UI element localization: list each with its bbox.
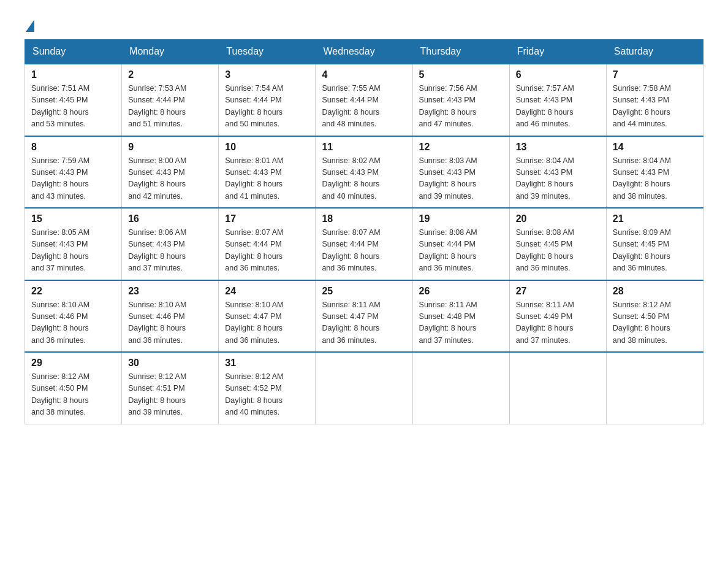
calendar-week-3: 15 Sunrise: 8:05 AM Sunset: 4:43 PM Dayl…: [25, 208, 703, 280]
day-number: 20: [516, 213, 600, 224]
day-info: Sunrise: 8:08 AM Sunset: 4:45 PM Dayligh…: [516, 227, 600, 275]
day-number: 22: [31, 286, 115, 297]
day-info: Sunrise: 8:11 AM Sunset: 4:48 PM Dayligh…: [419, 299, 503, 347]
day-number: 18: [322, 213, 406, 224]
calendar-week-4: 22 Sunrise: 8:10 AM Sunset: 4:46 PM Dayl…: [25, 280, 703, 353]
day-number: 1: [31, 69, 115, 80]
day-info: Sunrise: 8:10 AM Sunset: 4:47 PM Dayligh…: [225, 299, 309, 347]
day-number: 29: [31, 358, 115, 369]
weekday-header-monday: Monday: [122, 40, 219, 64]
day-number: 7: [613, 69, 697, 80]
weekday-header-thursday: Thursday: [412, 40, 509, 64]
logo-triangle-icon: [26, 20, 34, 32]
day-number: 17: [225, 213, 309, 224]
day-info: Sunrise: 7:58 AM Sunset: 4:43 PM Dayligh…: [613, 83, 697, 131]
day-info: Sunrise: 7:57 AM Sunset: 4:43 PM Dayligh…: [516, 83, 600, 131]
day-number: 16: [128, 213, 212, 224]
calendar-cell: 9 Sunrise: 8:00 AM Sunset: 4:43 PM Dayli…: [122, 136, 219, 209]
day-info: Sunrise: 8:00 AM Sunset: 4:43 PM Dayligh…: [128, 155, 212, 203]
day-number: 2: [128, 69, 212, 80]
calendar-cell: 13 Sunrise: 8:04 AM Sunset: 4:43 PM Dayl…: [509, 136, 606, 209]
calendar-cell: 7 Sunrise: 7:58 AM Sunset: 4:43 PM Dayli…: [606, 64, 703, 136]
calendar-cell: [509, 352, 606, 424]
calendar-cell: [412, 352, 509, 424]
day-info: Sunrise: 8:12 AM Sunset: 4:52 PM Dayligh…: [225, 371, 309, 419]
calendar-cell: 5 Sunrise: 7:56 AM Sunset: 4:43 PM Dayli…: [412, 64, 509, 136]
calendar-cell: 12 Sunrise: 8:03 AM Sunset: 4:43 PM Dayl…: [412, 136, 509, 209]
calendar-cell: 30 Sunrise: 8:12 AM Sunset: 4:51 PM Dayl…: [122, 352, 219, 424]
day-number: 28: [613, 286, 697, 297]
calendar-cell: 19 Sunrise: 8:08 AM Sunset: 4:44 PM Dayl…: [412, 208, 509, 280]
day-info: Sunrise: 8:04 AM Sunset: 4:43 PM Dayligh…: [516, 155, 600, 203]
day-info: Sunrise: 7:59 AM Sunset: 4:43 PM Dayligh…: [31, 155, 115, 203]
day-info: Sunrise: 7:51 AM Sunset: 4:45 PM Dayligh…: [31, 83, 115, 131]
weekday-header-sunday: Sunday: [25, 40, 122, 64]
day-info: Sunrise: 8:02 AM Sunset: 4:43 PM Dayligh…: [322, 155, 406, 203]
day-number: 30: [128, 358, 212, 369]
day-number: 24: [225, 286, 309, 297]
weekday-header-tuesday: Tuesday: [219, 40, 316, 64]
calendar-cell: 26 Sunrise: 8:11 AM Sunset: 4:48 PM Dayl…: [412, 280, 509, 353]
calendar-table: SundayMondayTuesdayWednesdayThursdayFrid…: [25, 39, 703, 424]
day-info: Sunrise: 8:07 AM Sunset: 4:44 PM Dayligh…: [322, 227, 406, 275]
day-number: 27: [516, 286, 600, 297]
day-number: 6: [516, 69, 600, 80]
calendar-cell: 6 Sunrise: 7:57 AM Sunset: 4:43 PM Dayli…: [509, 64, 606, 136]
day-info: Sunrise: 8:10 AM Sunset: 4:46 PM Dayligh…: [31, 299, 115, 347]
calendar-cell: 1 Sunrise: 7:51 AM Sunset: 4:45 PM Dayli…: [25, 64, 122, 136]
calendar-cell: 27 Sunrise: 8:11 AM Sunset: 4:49 PM Dayl…: [509, 280, 606, 353]
day-info: Sunrise: 7:54 AM Sunset: 4:44 PM Dayligh…: [225, 83, 309, 131]
calendar-cell: 15 Sunrise: 8:05 AM Sunset: 4:43 PM Dayl…: [25, 208, 122, 280]
day-number: 23: [128, 286, 212, 297]
logo: [25, 18, 36, 27]
day-info: Sunrise: 7:56 AM Sunset: 4:43 PM Dayligh…: [419, 83, 503, 131]
weekday-header-row: SundayMondayTuesdayWednesdayThursdayFrid…: [25, 40, 703, 64]
calendar-cell: 21 Sunrise: 8:09 AM Sunset: 4:45 PM Dayl…: [606, 208, 703, 280]
calendar-cell: 25 Sunrise: 8:11 AM Sunset: 4:47 PM Dayl…: [316, 280, 412, 353]
calendar-week-2: 8 Sunrise: 7:59 AM Sunset: 4:43 PM Dayli…: [25, 136, 703, 209]
calendar-cell: 3 Sunrise: 7:54 AM Sunset: 4:44 PM Dayli…: [219, 64, 316, 136]
day-number: 13: [516, 142, 600, 153]
calendar-cell: 31 Sunrise: 8:12 AM Sunset: 4:52 PM Dayl…: [219, 352, 316, 424]
day-info: Sunrise: 8:01 AM Sunset: 4:43 PM Dayligh…: [225, 155, 309, 203]
day-number: 5: [419, 69, 503, 80]
calendar-cell: 29 Sunrise: 8:12 AM Sunset: 4:50 PM Dayl…: [25, 352, 122, 424]
weekday-header-friday: Friday: [509, 40, 606, 64]
calendar-cell: 2 Sunrise: 7:53 AM Sunset: 4:44 PM Dayli…: [122, 64, 219, 136]
calendar-cell: 23 Sunrise: 8:10 AM Sunset: 4:46 PM Dayl…: [122, 280, 219, 353]
calendar-cell: 16 Sunrise: 8:06 AM Sunset: 4:43 PM Dayl…: [122, 208, 219, 280]
day-info: Sunrise: 8:08 AM Sunset: 4:44 PM Dayligh…: [419, 227, 503, 275]
calendar-cell: [606, 352, 703, 424]
day-info: Sunrise: 8:05 AM Sunset: 4:43 PM Dayligh…: [31, 227, 115, 275]
calendar-cell: 10 Sunrise: 8:01 AM Sunset: 4:43 PM Dayl…: [219, 136, 316, 209]
day-number: 8: [31, 142, 115, 153]
calendar-cell: 18 Sunrise: 8:07 AM Sunset: 4:44 PM Dayl…: [316, 208, 412, 280]
day-info: Sunrise: 8:11 AM Sunset: 4:47 PM Dayligh…: [322, 299, 406, 347]
weekday-header-saturday: Saturday: [606, 40, 703, 64]
day-info: Sunrise: 8:09 AM Sunset: 4:45 PM Dayligh…: [613, 227, 697, 275]
day-number: 14: [613, 142, 697, 153]
day-number: 9: [128, 142, 212, 153]
logo-text: [25, 18, 36, 31]
day-number: 3: [225, 69, 309, 80]
calendar-cell: 20 Sunrise: 8:08 AM Sunset: 4:45 PM Dayl…: [509, 208, 606, 280]
calendar-cell: 14 Sunrise: 8:04 AM Sunset: 4:43 PM Dayl…: [606, 136, 703, 209]
calendar-cell: 22 Sunrise: 8:10 AM Sunset: 4:46 PM Dayl…: [25, 280, 122, 353]
calendar-cell: 17 Sunrise: 8:07 AM Sunset: 4:44 PM Dayl…: [219, 208, 316, 280]
day-info: Sunrise: 8:11 AM Sunset: 4:49 PM Dayligh…: [516, 299, 600, 347]
day-number: 11: [322, 142, 406, 153]
day-number: 10: [225, 142, 309, 153]
weekday-header-wednesday: Wednesday: [316, 40, 412, 64]
calendar-cell: 11 Sunrise: 8:02 AM Sunset: 4:43 PM Dayl…: [316, 136, 412, 209]
calendar-cell: 28 Sunrise: 8:12 AM Sunset: 4:50 PM Dayl…: [606, 280, 703, 353]
page-header: [25, 18, 703, 27]
calendar-cell: 24 Sunrise: 8:10 AM Sunset: 4:47 PM Dayl…: [219, 280, 316, 353]
day-number: 4: [322, 69, 406, 80]
day-number: 21: [613, 213, 697, 224]
calendar-week-5: 29 Sunrise: 8:12 AM Sunset: 4:50 PM Dayl…: [25, 352, 703, 424]
day-info: Sunrise: 7:53 AM Sunset: 4:44 PM Dayligh…: [128, 83, 212, 131]
day-info: Sunrise: 8:03 AM Sunset: 4:43 PM Dayligh…: [419, 155, 503, 203]
day-info: Sunrise: 8:12 AM Sunset: 4:50 PM Dayligh…: [613, 299, 697, 347]
day-number: 15: [31, 213, 115, 224]
day-info: Sunrise: 8:06 AM Sunset: 4:43 PM Dayligh…: [128, 227, 212, 275]
